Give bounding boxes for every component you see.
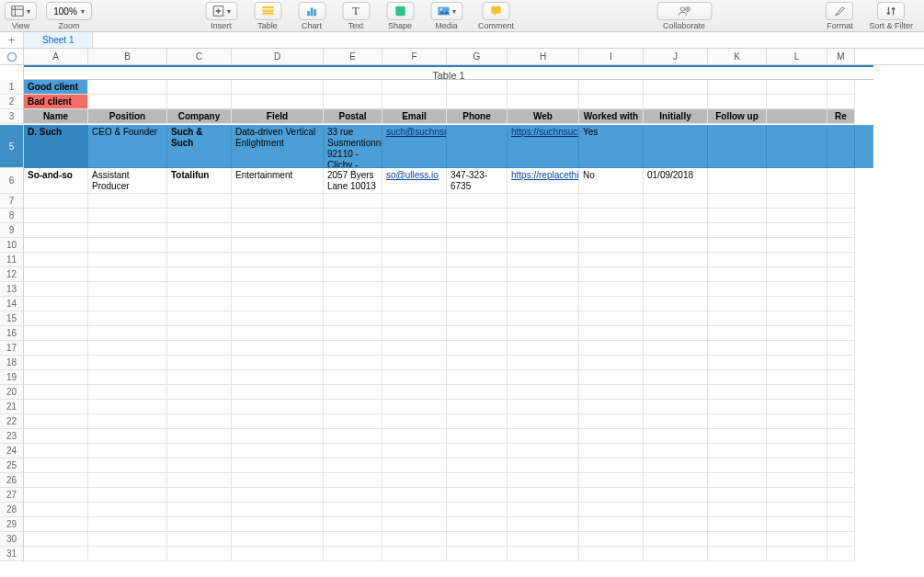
cell[interactable] [88,547,167,561]
cell[interactable] [644,532,708,547]
cell[interactable] [382,194,447,209]
cell[interactable] [644,282,708,297]
cell[interactable] [508,444,579,458]
cell[interactable] [708,370,767,385]
cell[interactable] [24,532,88,547]
cell[interactable] [24,194,88,209]
cell[interactable] [447,370,508,385]
cell[interactable] [644,429,708,444]
cell[interactable] [708,253,767,267]
cell[interactable] [767,370,827,385]
cell[interactable] [88,253,167,267]
cell[interactable] [447,311,508,326]
cell[interactable] [767,517,827,532]
cell[interactable] [447,297,508,311]
cell[interactable] [447,194,508,209]
cell[interactable] [232,503,324,517]
cell[interactable] [24,267,88,282]
row-number[interactable]: 17 [0,341,24,356]
data-cell[interactable]: CEO & Founder [88,125,167,168]
column-title[interactable]: Worked with them? [579,109,644,124]
cell[interactable] [579,488,644,503]
cell[interactable] [579,517,644,532]
cell[interactable] [447,488,508,503]
cell[interactable] [447,429,508,444]
view-button[interactable]: ▾ [5,2,37,20]
cell[interactable] [708,532,767,547]
row-number[interactable]: 16 [0,326,24,341]
cell[interactable] [24,341,88,356]
cell[interactable] [767,282,827,297]
cell[interactable] [167,458,232,473]
cell[interactable] [827,238,855,253]
column-title[interactable] [767,109,827,124]
data-cell[interactable]: Totalifun [167,168,232,194]
cell[interactable] [644,267,708,282]
cell[interactable] [827,297,855,311]
cell[interactable] [579,370,644,385]
cell[interactable] [324,473,382,488]
cell[interactable] [24,429,88,444]
cell[interactable] [232,414,324,429]
cell[interactable] [382,414,447,429]
column-title[interactable]: Position [88,109,167,124]
cell[interactable] [382,356,447,370]
cell[interactable] [508,532,579,547]
cell[interactable] [324,547,382,561]
cell[interactable] [508,503,579,517]
cell[interactable] [232,370,324,385]
column-title[interactable]: Web [508,109,579,124]
cell[interactable] [767,311,827,326]
cell[interactable] [708,341,767,356]
cell[interactable] [24,473,88,488]
column-header-E[interactable]: E [324,49,382,64]
cell[interactable] [508,429,579,444]
cell[interactable] [324,326,382,341]
cell[interactable] [88,80,167,95]
data-cell[interactable] [447,125,508,168]
cell[interactable] [767,356,827,370]
table-button[interactable] [254,2,281,20]
data-cell[interactable]: Assistant Producer [88,168,167,194]
cell[interactable] [447,223,508,238]
row-number[interactable]: 15 [0,311,24,326]
cell[interactable] [167,95,232,109]
cell[interactable] [767,209,827,223]
cell[interactable] [708,503,767,517]
cell[interactable] [644,444,708,458]
cell[interactable] [708,194,767,209]
cell[interactable] [167,223,232,238]
cell[interactable] [447,547,508,561]
row-number[interactable]: 2 [0,95,24,109]
data-cell[interactable]: D. Such [24,125,88,168]
cell[interactable] [708,517,767,532]
cell[interactable] [232,356,324,370]
cell[interactable] [644,473,708,488]
data-cell[interactable]: Data-driven Vertical Enlightment [232,125,324,168]
cell[interactable] [232,238,324,253]
cell[interactable] [167,311,232,326]
cell[interactable] [508,209,579,223]
cell[interactable] [579,458,644,473]
cell[interactable] [447,356,508,370]
cell[interactable] [579,429,644,444]
cell[interactable] [88,517,167,532]
cell[interactable] [508,80,579,95]
cell[interactable] [827,311,855,326]
cell[interactable] [827,517,855,532]
cell[interactable] [827,223,855,238]
good-client-label[interactable]: Good client [24,80,88,95]
cell[interactable] [447,473,508,488]
row-number[interactable]: 1 [0,80,24,95]
cell[interactable] [644,95,708,109]
cell[interactable] [508,253,579,267]
cell[interactable] [767,488,827,503]
cell[interactable] [827,532,855,547]
cell[interactable] [579,95,644,109]
cell[interactable] [88,311,167,326]
cell[interactable] [88,532,167,547]
cell[interactable] [579,385,644,400]
column-title[interactable]: Re [827,109,855,124]
cell[interactable] [382,95,447,109]
cell[interactable] [508,95,579,109]
